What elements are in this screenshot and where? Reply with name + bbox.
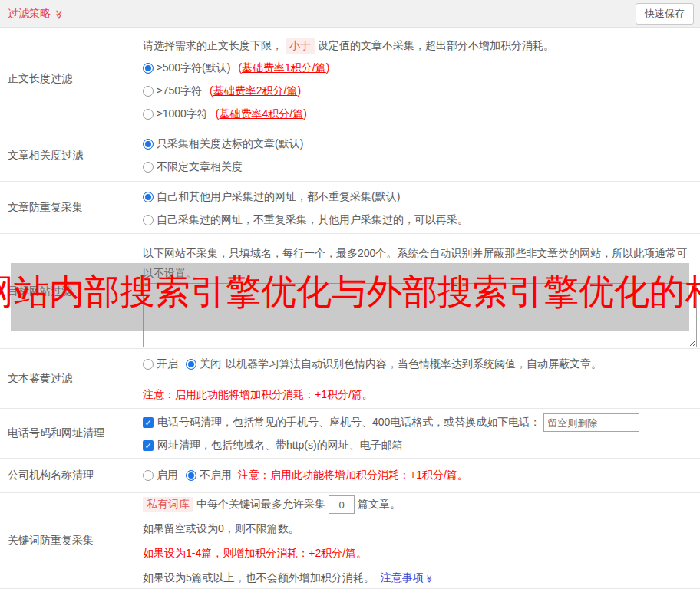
- row-phone-url-cleanup: 电话号码和网址清理 ✓ 电话号码清理，包括常见的手机号、座机号、400电话格式，…: [0, 409, 700, 459]
- fee-note: (基础费率4积分/篇): [216, 107, 307, 121]
- replacement-phone-input[interactable]: [543, 413, 639, 432]
- radio-unchecked-icon[interactable]: [143, 86, 154, 97]
- radio-checked-icon[interactable]: [186, 470, 196, 481]
- row-label-text-length: 正文长度过滤: [0, 28, 143, 130]
- row-label-company-cleanup: 公司机构名称清理: [0, 459, 143, 492]
- radio-unchecked-icon[interactable]: [143, 215, 154, 225]
- radio-option-500[interactable]: ≥500字符(默认) (基础费率1积分/篇): [143, 57, 697, 80]
- site-filter-description: 以下网站不采集，只填域名，每行一个，最多200个。系统会自动识别并屏蔽那些非文章…: [143, 243, 697, 283]
- keyword-dedup-cost-note: 如果设为1-4篇，则增加积分消耗：+2积分/篇。: [143, 542, 697, 565]
- quick-save-button[interactable]: 快速保存: [636, 3, 694, 25]
- fee-note: (基础费率1积分/篇): [238, 61, 329, 75]
- checkbox-checked-icon[interactable]: ✓: [143, 440, 154, 451]
- radio-checked-icon[interactable]: [186, 359, 196, 370]
- keyword-dedup-note-2: 如果设为5篇或以上，也不会额外增加积分消耗。: [143, 571, 375, 585]
- radio-checked-icon[interactable]: [143, 139, 154, 150]
- radio-option-1000[interactable]: ≥1000字符 (基础费率4积分/篇): [143, 103, 697, 126]
- less-than-badge: 小于: [286, 38, 315, 54]
- porn-filter-description: 以机器学习算法自动识别色情内容，当色情概率达到系统阈值，自动屏蔽文章。: [226, 357, 602, 371]
- company-cleanup-on-option[interactable]: 启用: [157, 469, 178, 482]
- chevron-double-down-icon: ≫: [425, 574, 433, 582]
- url-cleanup-label: 网址清理，包括纯域名、带http(s)的网址、电子邮箱: [157, 439, 403, 452]
- page-title-label: 过滤策略: [8, 7, 51, 21]
- row-keyword-dedup: 关键词防重复采集 私有词库 中每个关键词最多允许采集 篇文章。 如果留空或设为0…: [0, 493, 700, 589]
- radio-checked-icon[interactable]: [143, 63, 154, 74]
- blocked-sites-textarea[interactable]: [143, 283, 697, 347]
- row-label-keyword-dedup: 关键词防重复采集: [0, 493, 143, 588]
- porn-filter-on-option[interactable]: 开启: [157, 357, 178, 371]
- company-cleanup-off-option[interactable]: 不启用: [200, 469, 232, 482]
- radio-checked-icon[interactable]: [143, 192, 154, 202]
- row-label-site-filter: 目标网站过滤: [0, 234, 143, 348]
- radio-unchecked-icon[interactable]: [143, 109, 154, 120]
- page-title[interactable]: 过滤策略 ≫: [8, 7, 64, 21]
- chevron-double-down-icon: ≫: [54, 9, 64, 19]
- private-thesaurus-badge: 私有词库: [143, 497, 193, 512]
- row-label-porn-filter: 文本鉴黄过滤: [0, 349, 143, 408]
- fee-note: (基础费率2积分/篇): [210, 84, 301, 98]
- row-url-dedup: 文章防重复采集 自己和其他用户采集过的网址，都不重复采集(默认) 自己采集过的网…: [0, 182, 700, 234]
- row-label-url-dedup: 文章防重复采集: [0, 182, 143, 233]
- phone-cleanup-label: 电话号码清理，包括常见的手机号、座机号、400电话格式，或替换成如下电话：: [157, 416, 540, 429]
- radio-unchecked-icon[interactable]: [143, 162, 154, 173]
- row-label-phone-url: 电话号码和网址清理: [0, 409, 143, 458]
- radio-option-relevance-on[interactable]: 只采集相关度达标的文章(默认): [143, 133, 697, 156]
- radio-unchecked-icon[interactable]: [143, 359, 154, 370]
- text-length-description: 请选择需求的正文长度下限， 小于 设定值的文章不采集，超出部分不增加积分消耗。: [143, 35, 697, 57]
- porn-filter-cost-note: 注意：启用此功能将增加积分消耗：+1积分/篇。: [143, 383, 697, 406]
- porn-filter-off-option[interactable]: 关闭: [200, 357, 221, 371]
- row-text-length-filter: 正文长度过滤 请选择需求的正文长度下限， 小于 设定值的文章不采集，超出部分不增…: [0, 28, 700, 130]
- max-articles-input[interactable]: [329, 495, 355, 514]
- keyword-dedup-note-1: 如果留空或设为0，则不限篇数。: [143, 518, 697, 541]
- radio-option-relevance-off[interactable]: 不限定文章相关度: [143, 156, 697, 179]
- radio-unchecked-icon[interactable]: [143, 470, 154, 481]
- radio-option-dedup-all[interactable]: 自己和其他用户采集过的网址，都不重复采集(默认): [143, 186, 697, 209]
- row-relevance-filter: 文章相关度过滤 只采集相关度达标的文章(默认) 不限定文章相关度: [0, 130, 700, 182]
- filter-strategy-header: 过滤策略 ≫ 快速保存: [0, 0, 700, 28]
- company-cleanup-cost-note: 注意：启用此功能将增加积分消耗：+1积分/篇。: [238, 469, 468, 482]
- row-label-relevance: 文章相关度过滤: [0, 130, 143, 181]
- row-porn-filter: 文本鉴黄过滤 开启 关闭 以机器学习算法自动识别色情内容，当色情概率达到系统阈值…: [0, 349, 700, 409]
- row-site-filter: 目标网站过滤 以下网站不采集，只填域名，每行一个，最多200个。系统会自动识别并…: [0, 234, 700, 349]
- row-company-cleanup: 公司机构名称清理 启用 不启用 注意：启用此功能将增加积分消耗：+1积分/篇。: [0, 459, 700, 493]
- notice-link[interactable]: 注意事项 ≫: [381, 571, 433, 585]
- radio-option-750[interactable]: ≥750字符 (基础费率2积分/篇): [143, 80, 697, 103]
- radio-option-dedup-self[interactable]: 自己采集过的网址，不重复采集，其他用户采集过的，可以再采。: [143, 209, 697, 232]
- checkbox-checked-icon[interactable]: ✓: [143, 417, 154, 428]
